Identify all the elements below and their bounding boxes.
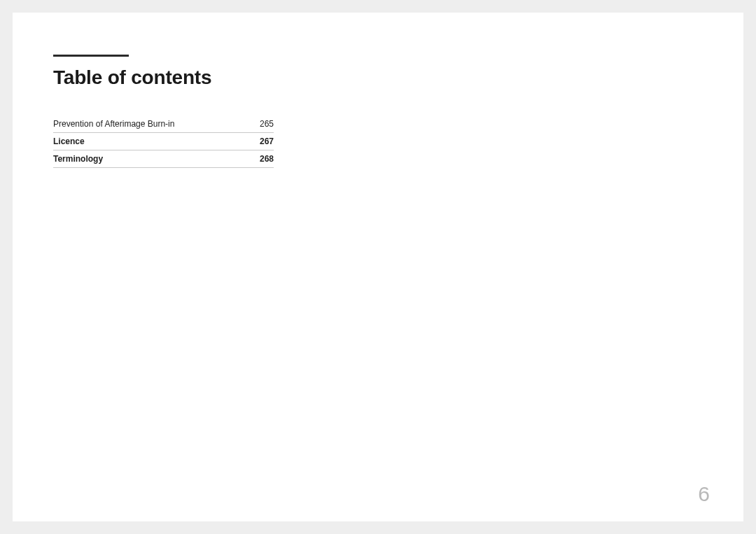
toc-entry: Terminology 268 xyxy=(53,150,274,168)
toc-entry-label: Licence xyxy=(53,136,246,146)
page-title: Table of contents xyxy=(53,66,703,89)
heading-rule xyxy=(53,55,129,57)
page-number: 6 xyxy=(698,482,710,506)
toc-entry-page: 268 xyxy=(246,154,274,164)
toc-entry-label: Prevention of Afterimage Burn-in xyxy=(53,119,246,129)
table-of-contents: Prevention of Afterimage Burn-in 265 Lic… xyxy=(53,115,274,168)
toc-entry-page: 265 xyxy=(246,119,274,129)
document-page: Table of contents Prevention of Afterima… xyxy=(13,13,743,521)
toc-entry: Licence 267 xyxy=(53,133,274,150)
toc-entry-page: 267 xyxy=(246,136,274,146)
toc-entry: Prevention of Afterimage Burn-in 265 xyxy=(53,115,274,133)
toc-entry-label: Terminology xyxy=(53,154,246,164)
